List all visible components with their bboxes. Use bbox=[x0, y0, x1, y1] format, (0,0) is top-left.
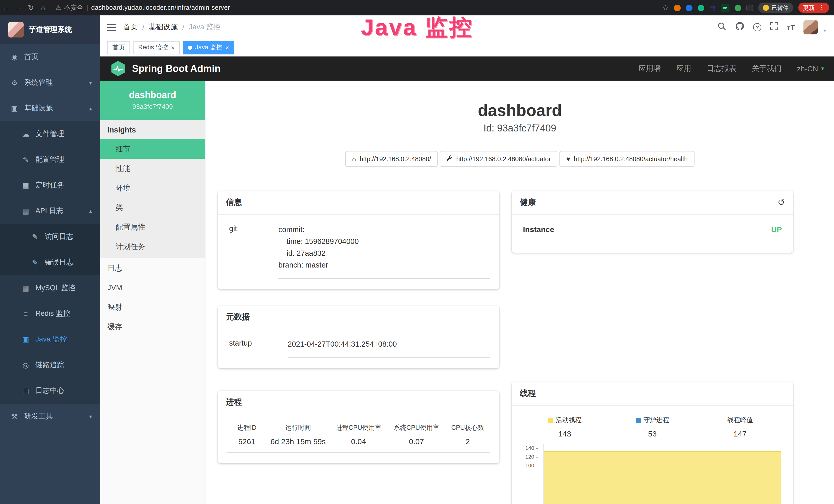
sba-item-scheduled-tasks[interactable]: 计划任务 bbox=[100, 237, 205, 256]
tab-label: Redis 监控 bbox=[138, 43, 168, 52]
app-logo[interactable]: 芋道管理系统 bbox=[0, 16, 100, 44]
column-header: 运行时间 bbox=[267, 423, 330, 432]
sba-nav-about[interactable]: 关于我们 bbox=[752, 64, 782, 73]
sba-navbar: Spring Boot Admin 应用墙 应用 日志报表 关于我们 zh-CN… bbox=[100, 56, 834, 81]
breadcrumb-home[interactable]: 首页 bbox=[123, 23, 138, 32]
help-icon[interactable]: ? bbox=[753, 23, 762, 31]
instance-name: dashboard bbox=[129, 90, 176, 101]
breadcrumb-infrastructure[interactable]: 基础设施 bbox=[149, 23, 178, 32]
logo-avatar-image bbox=[8, 22, 24, 38]
service-url-button[interactable]: ⌂ http://192.168.0.2:48080/ bbox=[346, 151, 438, 167]
extension-leaf-icon[interactable] bbox=[734, 4, 741, 11]
sba-item-details[interactable]: 细节 bbox=[100, 139, 205, 159]
sidebar-item-java-monitor[interactable]: ▣ Java 监控 bbox=[0, 327, 100, 352]
info-key: git bbox=[227, 224, 279, 279]
sba-item-metrics[interactable]: 性能 bbox=[100, 159, 205, 178]
tab-home[interactable]: 首页 bbox=[107, 41, 130, 54]
paused-badge[interactable]: 已暂停 bbox=[758, 3, 793, 13]
sidebar-item-home[interactable]: ◉ 首页 bbox=[0, 44, 100, 70]
sidebar-item-file-mgmt[interactable]: ☁ 文件管理 bbox=[0, 121, 100, 147]
sidebar-item-api-logs[interactable]: ▤ API 日志 ▴ bbox=[0, 198, 100, 224]
sidebar-item-redis-monitor[interactable]: ≡ Redis 监控 bbox=[0, 301, 100, 327]
info-card-body: git commit: time: 1596289704000 id: 27aa… bbox=[218, 215, 499, 289]
extension-blue-icon[interactable] bbox=[685, 4, 692, 11]
paused-label: 已暂停 bbox=[772, 4, 789, 12]
page-title: dashboard bbox=[205, 101, 834, 120]
github-icon[interactable] bbox=[736, 22, 745, 33]
info-card-title: 信息 bbox=[218, 191, 499, 215]
sba-item-jvm[interactable]: JVM bbox=[100, 278, 205, 297]
git-branch-line: branch: master bbox=[279, 259, 490, 271]
sba-item-classes[interactable]: 类 bbox=[100, 198, 205, 217]
fullscreen-icon[interactable] bbox=[770, 22, 778, 32]
git-commit-line: commit: bbox=[279, 224, 490, 236]
monitor-icon: ▣ bbox=[22, 335, 30, 344]
user-avatar[interactable] bbox=[804, 20, 818, 35]
tab-java-monitor[interactable]: Java 监控 × bbox=[183, 41, 234, 54]
sidebar-item-label: 文件管理 bbox=[36, 130, 64, 139]
sba-item-config-props[interactable]: 配置属性 bbox=[100, 217, 205, 237]
browser-home-icon[interactable]: ⌂ bbox=[37, 4, 49, 12]
bookmark-star-icon[interactable]: ☆ bbox=[662, 4, 668, 12]
document-icon: ▤ bbox=[22, 387, 30, 395]
health-instance-row[interactable]: Instance UP bbox=[521, 224, 784, 243]
extension-orange-icon[interactable] bbox=[674, 4, 680, 11]
card-title: 信息 bbox=[226, 197, 242, 208]
browser-refresh-icon[interactable]: ↻ bbox=[25, 4, 37, 12]
instance-id: 93a3fc7f7409 bbox=[132, 103, 173, 110]
browser-menu-icon[interactable]: ⋮ bbox=[818, 4, 825, 11]
sba-item-mappings[interactable]: 映射 bbox=[100, 297, 205, 317]
extension-green-icon[interactable] bbox=[697, 4, 704, 11]
sba-item-logs[interactable]: 日志 bbox=[100, 258, 205, 278]
close-icon[interactable]: × bbox=[171, 44, 175, 51]
chevron-down-icon: ▾ bbox=[89, 79, 92, 86]
process-cpu-value: 0.04 bbox=[330, 437, 387, 446]
sidebar-item-system-mgmt[interactable]: ⚙ 系统管理 ▾ bbox=[0, 70, 100, 95]
sidebar-item-mysql-monitor[interactable]: ▦ MySQL 监控 bbox=[0, 275, 100, 301]
health-card-title: 健康 ↺ bbox=[512, 191, 793, 215]
system-cpu-value: 0.07 bbox=[388, 437, 445, 446]
sba-content: dashboard Id: 93a3fc7f7409 ⌂ http://192.… bbox=[205, 81, 834, 504]
sidebar-item-error-logs[interactable]: ✎ 错误日志 bbox=[0, 250, 100, 275]
address-bar[interactable]: ⚠ 不安全 | dashboard.yudao.iocoder.cn/infra… bbox=[56, 3, 230, 12]
sba-nav-journal[interactable]: 日志报表 bbox=[707, 64, 737, 73]
extension-grid-icon[interactable]: ▦ bbox=[709, 4, 716, 11]
sba-logo-icon[interactable] bbox=[110, 61, 126, 76]
browser-forward-icon[interactable]: → bbox=[12, 4, 25, 12]
sidebar-item-tracing[interactable]: ◎ 链路追踪 bbox=[0, 352, 100, 378]
sba-nav-applications[interactable]: 应用 bbox=[676, 64, 691, 73]
tab-label: 首页 bbox=[112, 43, 125, 52]
sidebar-item-config-mgmt[interactable]: ✎ 配置管理 bbox=[0, 147, 100, 173]
close-icon[interactable]: × bbox=[225, 44, 229, 51]
legend-value: 147 bbox=[696, 429, 784, 438]
font-size-icon[interactable]: T T bbox=[787, 23, 795, 31]
sba-item-environment[interactable]: 环境 bbox=[100, 178, 205, 198]
history-icon[interactable]: ↺ bbox=[778, 197, 785, 208]
browser-back-icon[interactable]: ← bbox=[0, 4, 12, 12]
health-url-button[interactable]: ♥ http://192.168.0.2:48080/actuator/heal… bbox=[560, 151, 695, 167]
extension-switch-on-icon[interactable]: on bbox=[721, 4, 729, 12]
tab-redis-monitor[interactable]: Redis 监控 × bbox=[133, 41, 180, 54]
health-instance-label: Instance bbox=[523, 225, 554, 234]
extensions-puzzle-icon[interactable] bbox=[746, 4, 753, 11]
table-icon: ▦ bbox=[22, 284, 30, 292]
sidebar-item-dev-tools[interactable]: ⚒ 研发工具 ▾ bbox=[0, 404, 100, 429]
legend-peak-threads: 线程峰值 147 bbox=[696, 416, 784, 438]
y-axis-tick: 120 bbox=[521, 453, 539, 460]
instance-header: dashboard 93a3fc7f7409 bbox=[100, 81, 205, 120]
hamburger-icon[interactable] bbox=[100, 24, 123, 31]
process-table-values: 5261 6d 23h 15m 59s 0.04 0.07 2 bbox=[227, 437, 490, 453]
update-button[interactable]: 更新 ⋮ bbox=[798, 3, 829, 13]
sba-locale-select[interactable]: zh-CN ▾ bbox=[797, 65, 824, 73]
sidebar-item-log-center[interactable]: ▤ 日志中心 bbox=[0, 378, 100, 404]
sba-item-caches[interactable]: 缓存 bbox=[100, 317, 205, 336]
sidebar-item-scheduled-jobs[interactable]: ▦ 定时任务 bbox=[0, 173, 100, 198]
search-icon[interactable] bbox=[718, 22, 727, 32]
sidebar-item-label: 系统管理 bbox=[24, 78, 53, 87]
sba-nav-wallboard[interactable]: 应用墙 bbox=[639, 64, 661, 73]
actuator-url-button[interactable]: http://192.168.0.2:48080/actuator bbox=[440, 151, 557, 167]
sidebar-item-infrastructure[interactable]: ▣ 基础设施 ▴ bbox=[0, 95, 100, 121]
gear-icon: ⚙ bbox=[10, 78, 19, 87]
screen: ← → ↻ ⌂ ⚠ 不安全 | dashboard.yudao.iocoder.… bbox=[0, 0, 834, 504]
sidebar-item-access-logs[interactable]: ✎ 访问日志 bbox=[0, 224, 100, 250]
